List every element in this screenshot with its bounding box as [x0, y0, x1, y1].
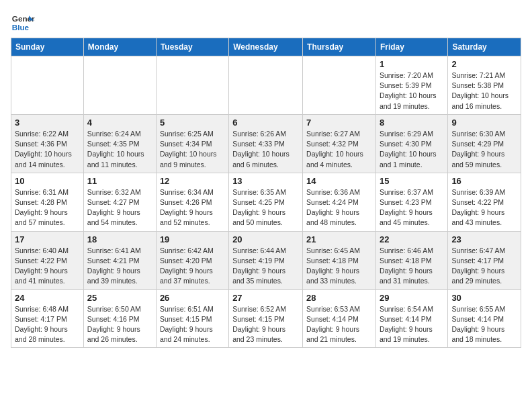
day-info: Sunrise: 6:26 AM Sunset: 4:33 PM Dayligh…: [232, 129, 299, 170]
day-cell: 4Sunrise: 6:24 AM Sunset: 4:35 PM Daylig…: [83, 114, 156, 173]
day-number: 16: [451, 176, 517, 186]
day-number: 29: [380, 293, 444, 303]
day-info: Sunrise: 6:47 AM Sunset: 4:17 PM Dayligh…: [451, 246, 517, 287]
day-number: 10: [15, 176, 80, 186]
day-number: 22: [380, 234, 444, 244]
day-info: Sunrise: 6:22 AM Sunset: 4:36 PM Dayligh…: [15, 129, 80, 170]
day-info: Sunrise: 6:29 AM Sunset: 4:30 PM Dayligh…: [380, 129, 444, 170]
logo-icon: General Blue: [11, 11, 35, 35]
day-cell: 21Sunrise: 6:45 AM Sunset: 4:18 PM Dayli…: [303, 231, 376, 289]
day-info: Sunrise: 6:34 AM Sunset: 4:26 PM Dayligh…: [160, 187, 225, 228]
day-cell: 18Sunrise: 6:41 AM Sunset: 4:21 PM Dayli…: [83, 231, 156, 289]
day-number: 12: [160, 176, 225, 186]
day-cell: 28Sunrise: 6:53 AM Sunset: 4:14 PM Dayli…: [303, 289, 376, 348]
day-cell: 25Sunrise: 6:50 AM Sunset: 4:16 PM Dayli…: [83, 289, 156, 348]
day-info: Sunrise: 6:37 AM Sunset: 4:23 PM Dayligh…: [380, 187, 444, 228]
day-cell: 2Sunrise: 7:21 AM Sunset: 5:38 PM Daylig…: [448, 56, 521, 115]
day-info: Sunrise: 6:41 AM Sunset: 4:21 PM Dayligh…: [87, 246, 152, 287]
day-info: Sunrise: 7:21 AM Sunset: 5:38 PM Dayligh…: [451, 71, 517, 111]
day-number: 23: [451, 234, 517, 244]
day-cell: 23Sunrise: 6:47 AM Sunset: 4:17 PM Dayli…: [448, 231, 521, 289]
day-number: 21: [306, 234, 372, 244]
day-number: 20: [232, 234, 299, 244]
day-cell: 30Sunrise: 6:55 AM Sunset: 4:14 PM Dayli…: [448, 289, 521, 348]
day-number: 14: [306, 176, 372, 186]
day-info: Sunrise: 6:52 AM Sunset: 4:15 PM Dayligh…: [232, 304, 299, 345]
logo: General Blue: [11, 11, 35, 35]
day-cell: 6Sunrise: 6:26 AM Sunset: 4:33 PM Daylig…: [229, 114, 303, 173]
day-info: Sunrise: 6:54 AM Sunset: 4:14 PM Dayligh…: [380, 304, 444, 345]
day-info: Sunrise: 6:35 AM Sunset: 4:25 PM Dayligh…: [232, 187, 299, 228]
day-info: Sunrise: 6:36 AM Sunset: 4:24 PM Dayligh…: [306, 187, 372, 228]
day-number: 7: [306, 118, 372, 128]
day-info: Sunrise: 6:24 AM Sunset: 4:35 PM Dayligh…: [87, 129, 152, 170]
day-number: 9: [451, 118, 517, 128]
week-row-0: 1Sunrise: 7:20 AM Sunset: 5:39 PM Daylig…: [11, 56, 521, 115]
day-number: 18: [87, 234, 152, 244]
week-row-3: 17Sunrise: 6:40 AM Sunset: 4:22 PM Dayli…: [11, 231, 521, 289]
day-info: Sunrise: 6:32 AM Sunset: 4:27 PM Dayligh…: [87, 187, 152, 228]
day-cell: 5Sunrise: 6:25 AM Sunset: 4:34 PM Daylig…: [156, 114, 228, 173]
day-cell: 8Sunrise: 6:29 AM Sunset: 4:30 PM Daylig…: [375, 114, 447, 173]
calendar-table: SundayMondayTuesdayWednesdayThursdayFrid…: [11, 38, 521, 348]
weekday-header-monday: Monday: [83, 38, 156, 56]
day-number: 26: [160, 293, 225, 303]
weekday-header-saturday: Saturday: [448, 38, 521, 56]
day-number: 25: [87, 293, 152, 303]
day-cell: 11Sunrise: 6:32 AM Sunset: 4:27 PM Dayli…: [83, 173, 156, 231]
day-cell: 22Sunrise: 6:46 AM Sunset: 4:18 PM Dayli…: [375, 231, 447, 289]
day-number: 15: [380, 176, 444, 186]
day-number: 8: [380, 118, 444, 128]
week-row-1: 3Sunrise: 6:22 AM Sunset: 4:36 PM Daylig…: [11, 114, 521, 173]
day-cell: 19Sunrise: 6:42 AM Sunset: 4:20 PM Dayli…: [156, 231, 228, 289]
day-cell: 7Sunrise: 6:27 AM Sunset: 4:32 PM Daylig…: [303, 114, 376, 173]
day-cell: [156, 56, 228, 115]
day-info: Sunrise: 6:39 AM Sunset: 4:22 PM Dayligh…: [451, 187, 517, 228]
day-number: 4: [87, 118, 152, 128]
day-cell: 26Sunrise: 6:51 AM Sunset: 4:15 PM Dayli…: [156, 289, 228, 348]
day-info: Sunrise: 6:40 AM Sunset: 4:22 PM Dayligh…: [15, 246, 80, 287]
day-number: 17: [15, 234, 80, 244]
day-number: 28: [306, 293, 372, 303]
weekday-header-friday: Friday: [375, 38, 447, 56]
day-info: Sunrise: 6:31 AM Sunset: 4:28 PM Dayligh…: [15, 187, 80, 228]
header: General Blue: [11, 11, 521, 35]
day-number: 11: [87, 176, 152, 186]
day-cell: [229, 56, 303, 115]
day-number: 30: [451, 293, 517, 303]
day-cell: 17Sunrise: 6:40 AM Sunset: 4:22 PM Dayli…: [11, 231, 84, 289]
day-cell: 24Sunrise: 6:48 AM Sunset: 4:17 PM Dayli…: [11, 289, 84, 348]
day-cell: 12Sunrise: 6:34 AM Sunset: 4:26 PM Dayli…: [156, 173, 228, 231]
day-number: 5: [160, 118, 225, 128]
day-cell: [303, 56, 376, 115]
day-info: Sunrise: 6:42 AM Sunset: 4:20 PM Dayligh…: [160, 246, 225, 287]
day-info: Sunrise: 6:53 AM Sunset: 4:14 PM Dayligh…: [306, 304, 372, 345]
week-row-4: 24Sunrise: 6:48 AM Sunset: 4:17 PM Dayli…: [11, 289, 521, 348]
weekday-header-thursday: Thursday: [303, 38, 376, 56]
weekday-header-wednesday: Wednesday: [229, 38, 303, 56]
day-cell: 10Sunrise: 6:31 AM Sunset: 4:28 PM Dayli…: [11, 173, 84, 231]
day-cell: 3Sunrise: 6:22 AM Sunset: 4:36 PM Daylig…: [11, 114, 84, 173]
day-number: 24: [15, 293, 80, 303]
day-info: Sunrise: 6:45 AM Sunset: 4:18 PM Dayligh…: [306, 246, 372, 287]
day-info: Sunrise: 6:51 AM Sunset: 4:15 PM Dayligh…: [160, 304, 225, 345]
weekday-header-row: SundayMondayTuesdayWednesdayThursdayFrid…: [11, 38, 521, 56]
day-number: 2: [451, 59, 517, 69]
day-cell: 16Sunrise: 6:39 AM Sunset: 4:22 PM Dayli…: [448, 173, 521, 231]
day-cell: [83, 56, 156, 115]
weekday-header-sunday: Sunday: [11, 38, 84, 56]
day-info: Sunrise: 7:20 AM Sunset: 5:39 PM Dayligh…: [380, 71, 444, 111]
day-number: 3: [15, 118, 80, 128]
day-cell: 9Sunrise: 6:30 AM Sunset: 4:29 PM Daylig…: [448, 114, 521, 173]
day-number: 27: [232, 293, 299, 303]
day-cell: 20Sunrise: 6:44 AM Sunset: 4:19 PM Dayli…: [229, 231, 303, 289]
day-number: 6: [232, 118, 299, 128]
day-info: Sunrise: 6:55 AM Sunset: 4:14 PM Dayligh…: [451, 304, 517, 345]
day-cell: [11, 56, 84, 115]
day-info: Sunrise: 6:30 AM Sunset: 4:29 PM Dayligh…: [451, 129, 517, 170]
week-row-2: 10Sunrise: 6:31 AM Sunset: 4:28 PM Dayli…: [11, 173, 521, 231]
day-cell: 27Sunrise: 6:52 AM Sunset: 4:15 PM Dayli…: [229, 289, 303, 348]
day-cell: 13Sunrise: 6:35 AM Sunset: 4:25 PM Dayli…: [229, 173, 303, 231]
day-info: Sunrise: 6:27 AM Sunset: 4:32 PM Dayligh…: [306, 129, 372, 170]
day-cell: 1Sunrise: 7:20 AM Sunset: 5:39 PM Daylig…: [375, 56, 447, 115]
